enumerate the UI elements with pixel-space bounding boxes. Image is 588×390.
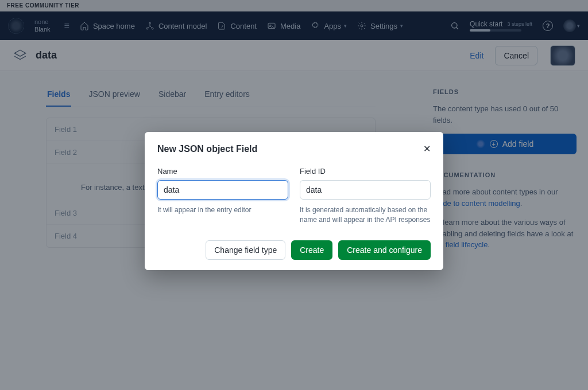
create-configure-button[interactable]: Create and configure (338, 240, 431, 260)
create-button[interactable]: Create (291, 240, 332, 260)
field-id-hint: It is generated automatically based on t… (300, 205, 431, 225)
field-id-input[interactable] (300, 180, 431, 200)
name-label: Name (157, 167, 288, 176)
change-field-type-button[interactable]: Change field type (206, 240, 285, 260)
modal-overlay[interactable]: New JSON object Field ✕ Name It will app… (0, 0, 588, 390)
close-icon[interactable]: ✕ (423, 143, 431, 154)
field-id-label: Field ID (300, 167, 431, 176)
new-field-modal: New JSON object Field ✕ Name It will app… (145, 132, 443, 270)
name-hint: It will appear in the entry editor (157, 205, 288, 215)
name-input[interactable] (157, 180, 288, 200)
modal-title: New JSON object Field (157, 144, 423, 154)
